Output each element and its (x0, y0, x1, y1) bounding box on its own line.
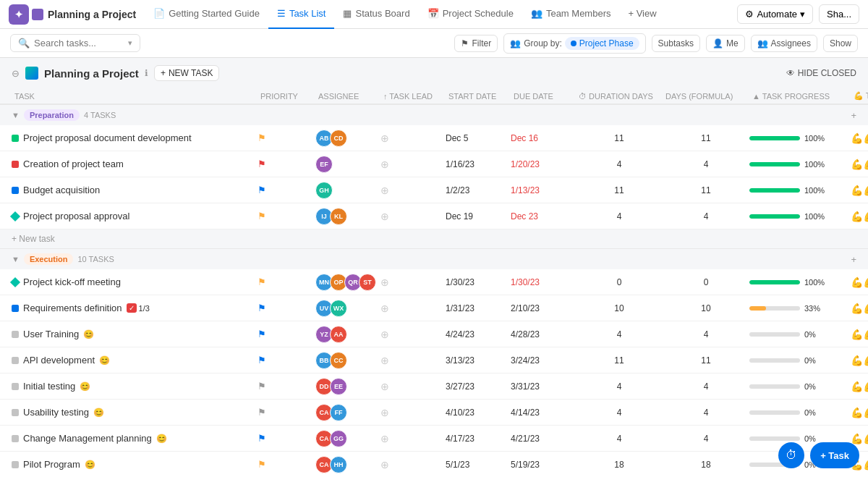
task-name[interactable]: Change Management planning (23, 433, 152, 444)
timer-button[interactable]: ⏱ (778, 442, 804, 468)
section-execution-header: ▼ Execution 10 TASKS + (0, 248, 868, 269)
subtasks-button[interactable]: Subtasks (652, 35, 700, 52)
progress-pct: 100% (804, 160, 825, 169)
emoji-badge: 😊 (156, 434, 167, 444)
task-progress: 100% (749, 160, 851, 169)
task-assignees: MN OP QR ST (315, 274, 380, 291)
task-name[interactable]: Creation of project team (23, 159, 124, 169)
duration-days: 11 (576, 133, 663, 143)
task-lead: ⊕ (380, 185, 446, 196)
collapse-button[interactable]: ⊖ (12, 68, 20, 79)
task-name[interactable]: Requirements definition (23, 303, 122, 313)
progress-pct: 0% (804, 330, 816, 339)
task-row: Budget acquisition ⚑ GH ⊕ 1/2/23 1/13/23… (0, 177, 868, 203)
emoji-badge: 😊 (93, 408, 104, 418)
days-formula: 4 (663, 329, 749, 339)
task-status-dot (12, 187, 19, 194)
task-status-dot (12, 409, 19, 416)
add-task-preparation[interactable]: + New task (0, 229, 868, 248)
app-icon: ✦ (9, 4, 29, 25)
priority-flag-icon: ⚑ (258, 277, 266, 287)
task-priority: ⚑ (258, 355, 315, 366)
task-name[interactable]: Initial testing (23, 381, 75, 392)
priority-flag-icon: ⚑ (258, 459, 266, 470)
task-status-dot (12, 435, 19, 442)
task-name[interactable]: Project proposal approval (23, 211, 129, 221)
tab-status-board[interactable]: ▦ Status Board (334, 0, 418, 29)
hide-closed-button[interactable]: 👁 HIDE CLOSED (786, 68, 856, 78)
task-name[interactable]: Project kick-off meeting (23, 277, 121, 287)
priority-flag-icon: ⚑ (258, 185, 266, 195)
task-effort: 💪💪 (851, 355, 868, 366)
priority-flag-icon: ⚑ (258, 159, 266, 169)
search-box[interactable]: 🔍 ▾ (10, 34, 140, 52)
task-assignees: GH (315, 182, 380, 199)
task-lead: ⊕ (380, 159, 446, 170)
filter-button[interactable]: ⚑ Filter (454, 35, 498, 52)
task-priority: ⚑ (258, 433, 315, 444)
task-status-dot (12, 461, 19, 468)
tab-add-view[interactable]: + View (619, 0, 665, 29)
task-name[interactable]: API development (23, 355, 95, 366)
plus-icon: + (161, 68, 166, 78)
task-name[interactable]: User Training (23, 329, 79, 339)
info-icon: ℹ (145, 68, 148, 78)
automate-button[interactable]: ⚙ Automate ▾ (737, 4, 813, 24)
task-progress: 33% (749, 304, 851, 313)
tab-task-list[interactable]: ☰ Task List (268, 0, 335, 29)
section-collapse-preparation[interactable]: ▼ (12, 111, 20, 119)
task-name-cell: Project proposal approval (12, 208, 258, 224)
subtask-count: 1/3 (139, 304, 150, 313)
section-add-execution[interactable]: + (851, 254, 856, 265)
tab-project-schedule[interactable]: 📅 Project Schedule (419, 0, 522, 29)
progress-pct: 100% (804, 134, 825, 143)
execution-task-count: 10 TASKS (77, 255, 114, 263)
share-button[interactable]: Sha... (819, 4, 859, 24)
group-by-control[interactable]: 👥 Group by: Project Phase (503, 33, 645, 54)
eye-icon: 👁 (786, 68, 795, 78)
project-title: Planning a Project (32, 9, 136, 20)
task-row: User Training 😊 ⚑ YZ AA ⊕ 4/24/23 4/28/2… (0, 321, 868, 347)
priority-flag-icon: ⚑ (258, 407, 266, 418)
task-lead-icon: ⊕ (380, 159, 389, 170)
avatar: HH (330, 456, 347, 473)
add-task-button[interactable]: + Task (810, 442, 859, 468)
schedule-icon: 📅 (427, 8, 439, 19)
days-formula: 18 (663, 460, 749, 470)
task-row: Project proposal approval ⚑ IJ KL ⊕ Dec … (0, 203, 868, 229)
progress-pct: 0% (804, 382, 816, 391)
assignees-button[interactable]: 👥 Assignees (751, 35, 817, 52)
task-priority: ⚑ (258, 277, 315, 287)
start-date: 4/17/23 (446, 434, 511, 444)
due-date: Dec 16 (511, 133, 576, 143)
assignees-icon: 👥 (757, 38, 768, 48)
col-task-lead: ↑ TASK LEAD (380, 92, 446, 101)
task-name[interactable]: Project proposal document development (23, 132, 192, 143)
me-button[interactable]: 👤 Me (706, 35, 745, 52)
task-name[interactable]: Pilot Program (23, 459, 80, 470)
col-priority: PRIORITY (258, 92, 315, 101)
due-date: 4/28/23 (511, 329, 576, 339)
task-name[interactable]: Usability testing (23, 407, 89, 418)
task-name[interactable]: Budget acquisition (23, 185, 100, 195)
board-color-icon (25, 67, 38, 80)
task-name-cell: User Training 😊 (12, 326, 258, 342)
task-assignees: CA FF (315, 404, 380, 421)
task-lead-icon: ⊕ (380, 433, 389, 444)
task-status-dot (12, 135, 19, 142)
task-assignees: EF (315, 156, 380, 173)
list-icon: ☰ (277, 8, 286, 19)
task-name-cell: Requirements definition ✓ 1/3 (12, 300, 258, 316)
page-header: ⊖ Planning a Project ℹ + NEW TASK 👁 HIDE… (0, 58, 868, 88)
task-row: Pilot Program 😊 ⚑ CA HH ⊕ 5/1/23 5/19/23… (0, 452, 868, 477)
search-input[interactable] (34, 38, 124, 48)
new-task-button[interactable]: + NEW TASK (154, 65, 220, 81)
show-button[interactable]: Show (823, 35, 858, 52)
start-date: 5/1/23 (446, 460, 511, 470)
doc-icon: 📄 (153, 8, 165, 19)
tab-getting-started[interactable]: 📄 Getting Started Guide (145, 0, 268, 29)
tab-team-members[interactable]: 👥 Team Members (522, 0, 620, 29)
section-collapse-execution[interactable]: ▼ (12, 255, 20, 263)
section-add-preparation[interactable]: + (851, 110, 856, 121)
team-icon: 👥 (531, 8, 542, 19)
